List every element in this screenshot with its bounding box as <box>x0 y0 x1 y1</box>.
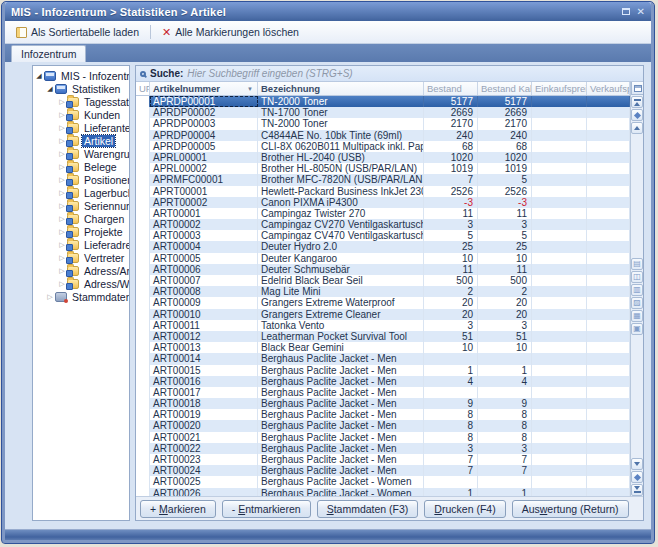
table-row[interactable]: APRDP00004 C4844AE No. 10bk Tinte (69ml)… <box>136 130 630 141</box>
tree-item[interactable]: Kunden <box>33 108 129 121</box>
scroll-to-top-button[interactable] <box>631 96 643 108</box>
table-row[interactable]: ART00016 Berghaus Paclite Jacket - Men 4… <box>136 376 630 387</box>
tab-infozentrum[interactable]: Infozentrum <box>11 45 86 62</box>
table-row[interactable]: APRDP00005 CLI-8X 0620B011 Multipack ink… <box>136 141 630 152</box>
table-row[interactable]: APRMFC00001 Brother MFC-7820N (USB/PAR/L… <box>136 174 630 185</box>
table-row[interactable]: APRDP00001 TN-2000 Toner 5177 5177 <box>136 96 630 107</box>
column-header-einkaufspreis[interactable]: Einkaufspreis <box>532 82 587 95</box>
table-row[interactable]: ART00003 Campingaz CV470 Ventilgaskartus… <box>136 230 630 241</box>
scroll-jump-down-button[interactable] <box>631 471 643 483</box>
tree-item[interactable]: MIS - Infozentrum <box>33 69 129 82</box>
expander-icon[interactable] <box>58 215 66 223</box>
expander-icon[interactable] <box>35 72 43 80</box>
tree-item[interactable]: Vertreter <box>33 251 129 264</box>
expander-icon[interactable] <box>58 202 66 210</box>
table-row[interactable]: ART00019 Berghaus Paclite Jacket - Men 8… <box>136 409 630 420</box>
column-chooser-button[interactable] <box>631 82 643 95</box>
tree-item[interactable]: Positionen <box>33 173 129 186</box>
expander-icon[interactable] <box>58 228 66 236</box>
side-tool-button[interactable]: ◫ <box>631 271 643 283</box>
search-input[interactable] <box>187 68 639 79</box>
load-as-sort-table-button[interactable]: Als Sortiertabelle laden <box>9 23 146 41</box>
table-row[interactable]: ART00001 Campingaz Twister 270 11 11 <box>136 208 630 219</box>
table-row[interactable]: APRDP00002 TN-1700 Toner 2669 2669 <box>136 107 630 118</box>
expander-icon[interactable] <box>58 124 66 132</box>
tree-item[interactable]: Projekte <box>33 225 129 238</box>
expander-icon[interactable] <box>58 98 66 106</box>
table-row[interactable]: APRL00001 Brother HL-2040 (USB) 1020 102… <box>136 152 630 163</box>
action-button[interactable]: - Entmarkieren <box>222 500 311 518</box>
table-row[interactable]: ART00012 Leatherman Pocket Survival Tool… <box>136 331 630 342</box>
table-row[interactable]: ART00024 Berghaus Paclite Jacket - Men 7… <box>136 465 630 476</box>
expander-icon[interactable] <box>46 293 54 301</box>
side-tool-button[interactable]: ▨ <box>631 297 643 309</box>
column-header-bezeichnung[interactable]: Bezeichnung <box>258 82 424 95</box>
window-restore-icon[interactable] <box>622 7 630 17</box>
table-row[interactable]: ART00026 Berghaus Paclite Jacket - Women… <box>136 488 630 496</box>
tree-item[interactable]: Adress/Artikel <box>33 264 129 277</box>
table-row[interactable]: ART00009 Grangers Extreme Waterproof 20 … <box>136 297 630 308</box>
table-row[interactable]: ART00011 Tatonka Vento 3 3 <box>136 320 630 331</box>
clear-all-marks-button[interactable]: ✕ Alle Markierungen löschen <box>155 23 306 41</box>
action-button[interactable]: + Markieren <box>140 500 216 518</box>
action-button[interactable]: Auswertung (Return) <box>512 500 629 518</box>
side-tool-button[interactable]: ▥ <box>631 284 643 296</box>
table-row[interactable]: ART00006 Deuter Schmusebär 11 11 <box>136 264 630 275</box>
expander-icon[interactable] <box>58 137 66 145</box>
column-header-bestand-kalk[interactable]: Bestand Kalk.. <box>478 82 532 95</box>
tree-item[interactable]: Artikel <box>33 134 129 147</box>
tree-item[interactable]: Lagerbuchungen <box>33 186 129 199</box>
table-row[interactable]: APRL00002 Brother HL-8050N (USB/PAR/LAN)… <box>136 163 630 174</box>
table-row[interactable]: ART00023 Berghaus Paclite Jacket - Men 7… <box>136 454 630 465</box>
tree-item[interactable]: Tagesstatistik <box>33 95 129 108</box>
expander-icon[interactable] <box>58 280 66 288</box>
side-tool-button[interactable]: ▤ <box>631 258 643 270</box>
action-button[interactable]: Stammdaten (F3) <box>317 500 419 518</box>
window-close-icon[interactable]: ✕ <box>637 7 645 17</box>
tree-item[interactable]: Seriennummern <box>33 199 129 212</box>
table-row[interactable]: ART00017 Berghaus Paclite Jacket - Men <box>136 387 630 398</box>
table-row[interactable]: ART00010 Grangers Extreme Cleaner 20 20 <box>136 309 630 320</box>
table-row[interactable]: ART00005 Deuter Kangaroo 10 10 <box>136 253 630 264</box>
column-header-bestand[interactable]: Bestand <box>424 82 478 95</box>
table-row[interactable]: ART00020 Berghaus Paclite Jacket - Men 8… <box>136 420 630 431</box>
table-row[interactable]: APRDP00003 TN-2000 Toner 2170 2170 <box>136 118 630 129</box>
table-row[interactable]: ART00021 Berghaus Paclite Jacket - Men 8… <box>136 432 630 443</box>
vertical-scrollbar[interactable]: ▤ ◫ ▥ ▨ <box>630 82 643 496</box>
table-row[interactable]: ART00013 Black Bear Gemini 10 10 <box>136 342 630 353</box>
scroll-down-button[interactable] <box>631 458 643 470</box>
column-header-up[interactable]: UP <box>136 82 150 95</box>
table-row[interactable]: ART00022 Berghaus Paclite Jacket - Men 3… <box>136 443 630 454</box>
tree-item[interactable]: Statistiken <box>33 82 129 95</box>
tree-item[interactable]: Belege <box>33 160 129 173</box>
expander-icon[interactable] <box>58 241 66 249</box>
table-row[interactable]: ART00025 Berghaus Paclite Jacket - Women <box>136 476 630 487</box>
scroll-jump-up-button[interactable] <box>631 109 643 121</box>
tree-item[interactable]: Lieferadressen <box>33 238 129 251</box>
side-tool-button[interactable]: ▣ <box>631 323 643 335</box>
expander-icon[interactable] <box>58 254 66 262</box>
expander-icon[interactable] <box>58 267 66 275</box>
table-row[interactable]: ART00018 Berghaus Paclite Jacket - Men 9… <box>136 398 630 409</box>
column-header-artikelnummer[interactable]: Artikelnummer ▼ <box>150 82 258 95</box>
table-row[interactable]: ART00004 Deuter Hydro 2.0 25 25 <box>136 241 630 252</box>
table-row[interactable]: ART00008 Mag Lite Mini 2 2 <box>136 286 630 297</box>
expander-icon[interactable] <box>46 85 54 93</box>
scroll-to-bottom-button[interactable] <box>631 484 643 496</box>
tree-item[interactable]: Adress/Warengruppen <box>33 277 129 290</box>
tree-item[interactable]: Lieferanten <box>33 121 129 134</box>
tree-item[interactable]: Warengruppen <box>33 147 129 160</box>
scroll-up-button[interactable] <box>631 122 643 134</box>
tree-item[interactable]: Stammdaten <box>33 290 129 303</box>
side-tool-button[interactable]: ▦ <box>631 310 643 322</box>
expander-icon[interactable] <box>58 163 66 171</box>
column-header-verkaufspreis[interactable]: Verkaufsprei <box>587 82 630 95</box>
table-row[interactable]: ART00002 Campingaz CV270 Ventilgaskartus… <box>136 219 630 230</box>
action-button[interactable]: Drucken (F4) <box>424 500 505 518</box>
expander-icon[interactable] <box>58 111 66 119</box>
expander-icon[interactable] <box>58 189 66 197</box>
expander-icon[interactable] <box>58 176 66 184</box>
table-row[interactable]: ART00007 Edelrid Black Bear Seil 500 500 <box>136 275 630 286</box>
table-row[interactable]: ART00015 Berghaus Paclite Jacket - Men 1… <box>136 365 630 376</box>
tree-item[interactable]: Chargen <box>33 212 129 225</box>
